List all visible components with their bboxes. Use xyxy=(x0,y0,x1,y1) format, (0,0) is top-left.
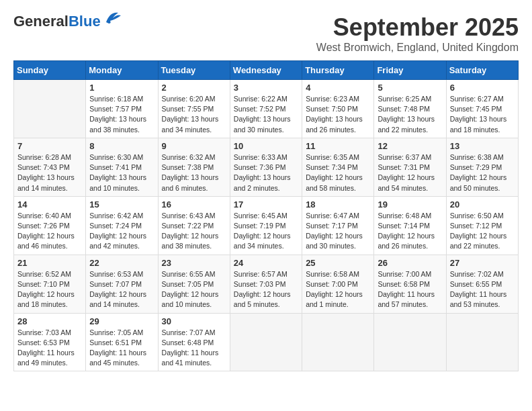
day-info: Sunrise: 6:27 AMSunset: 7:45 PMDaylight:… xyxy=(450,94,515,135)
location-title: West Bromwich, England, United Kingdom xyxy=(316,42,519,54)
day-number: 23 xyxy=(162,258,226,268)
day-info: Sunrise: 6:20 AMSunset: 7:55 PMDaylight:… xyxy=(162,94,226,135)
calendar-cell: 29Sunrise: 7:05 AMSunset: 6:51 PMDayligh… xyxy=(86,313,158,371)
day-number: 9 xyxy=(162,141,226,151)
day-info: Sunrise: 6:48 AMSunset: 7:14 PMDaylight:… xyxy=(378,211,442,252)
calendar-cell: 4Sunrise: 6:23 AMSunset: 7:50 PMDaylight… xyxy=(302,80,374,138)
calendar-week-row: 7Sunrise: 6:28 AMSunset: 7:43 PMDaylight… xyxy=(14,138,519,196)
calendar-cell xyxy=(374,313,446,371)
calendar-cell: 26Sunrise: 7:00 AMSunset: 6:58 PMDayligh… xyxy=(374,255,446,313)
day-number: 12 xyxy=(378,141,442,151)
calendar-cell: 11Sunrise: 6:35 AMSunset: 7:34 PMDayligh… xyxy=(302,138,374,196)
day-info: Sunrise: 6:25 AMSunset: 7:48 PMDaylight:… xyxy=(378,94,442,135)
calendar-cell: 24Sunrise: 6:57 AMSunset: 7:03 PMDayligh… xyxy=(230,255,302,313)
calendar-table: SundayMondayTuesdayWednesdayThursdayFrid… xyxy=(13,60,519,371)
calendar-cell xyxy=(14,80,86,138)
calendar-header-row: SundayMondayTuesdayWednesdayThursdayFrid… xyxy=(14,61,519,80)
calendar-cell xyxy=(230,313,302,371)
day-number: 2 xyxy=(162,83,226,93)
day-number: 16 xyxy=(162,199,226,210)
day-info: Sunrise: 6:43 AMSunset: 7:22 PMDaylight:… xyxy=(162,211,226,252)
day-number: 11 xyxy=(306,141,370,151)
day-number: 8 xyxy=(89,141,154,151)
calendar-cell: 22Sunrise: 6:53 AMSunset: 7:07 PMDayligh… xyxy=(86,255,158,313)
calendar-cell: 9Sunrise: 6:32 AMSunset: 7:38 PMDaylight… xyxy=(158,138,230,196)
day-number: 5 xyxy=(378,83,442,93)
day-info: Sunrise: 7:03 AMSunset: 6:53 PMDaylight:… xyxy=(17,328,82,369)
day-info: Sunrise: 6:45 AMSunset: 7:19 PMDaylight:… xyxy=(234,211,298,252)
day-info: Sunrise: 6:53 AMSunset: 7:07 PMDaylight:… xyxy=(89,269,154,310)
title-block: September 2025 West Bromwich, England, U… xyxy=(316,13,519,54)
day-info: Sunrise: 7:07 AMSunset: 6:48 PMDaylight:… xyxy=(162,328,226,369)
day-info: Sunrise: 6:40 AMSunset: 7:26 PMDaylight:… xyxy=(17,211,82,252)
day-number: 25 xyxy=(306,258,370,268)
day-number: 15 xyxy=(89,199,154,210)
day-info: Sunrise: 6:23 AMSunset: 7:50 PMDaylight:… xyxy=(306,94,370,135)
calendar-day-header: Wednesday xyxy=(230,61,302,80)
calendar-cell: 7Sunrise: 6:28 AMSunset: 7:43 PMDaylight… xyxy=(14,138,86,196)
logo-bird-icon xyxy=(103,10,122,25)
day-info: Sunrise: 6:42 AMSunset: 7:24 PMDaylight:… xyxy=(89,211,154,252)
calendar-week-row: 14Sunrise: 6:40 AMSunset: 7:26 PMDayligh… xyxy=(14,196,519,255)
calendar-cell: 13Sunrise: 6:38 AMSunset: 7:29 PMDayligh… xyxy=(446,138,518,196)
calendar-cell: 27Sunrise: 7:02 AMSunset: 6:55 PMDayligh… xyxy=(446,255,518,313)
day-info: Sunrise: 7:05 AMSunset: 6:51 PMDaylight:… xyxy=(89,328,154,369)
calendar-cell: 2Sunrise: 6:20 AMSunset: 7:55 PMDaylight… xyxy=(158,80,230,138)
calendar-day-header: Saturday xyxy=(446,61,518,80)
day-info: Sunrise: 6:18 AMSunset: 7:57 PMDaylight:… xyxy=(89,94,154,135)
calendar-day-header: Tuesday xyxy=(158,61,230,80)
calendar-week-row: 28Sunrise: 7:03 AMSunset: 6:53 PMDayligh… xyxy=(14,313,519,371)
day-number: 29 xyxy=(89,316,154,326)
calendar-cell: 17Sunrise: 6:45 AMSunset: 7:19 PMDayligh… xyxy=(230,196,302,255)
calendar-day-header: Thursday xyxy=(302,61,374,80)
calendar-cell: 19Sunrise: 6:48 AMSunset: 7:14 PMDayligh… xyxy=(374,196,446,255)
calendar-cell: 5Sunrise: 6:25 AMSunset: 7:48 PMDaylight… xyxy=(374,80,446,138)
day-number: 10 xyxy=(234,141,298,151)
day-number: 28 xyxy=(17,316,82,326)
calendar-cell: 21Sunrise: 6:52 AMSunset: 7:10 PMDayligh… xyxy=(14,255,86,313)
day-number: 14 xyxy=(17,199,82,210)
day-info: Sunrise: 6:33 AMSunset: 7:36 PMDaylight:… xyxy=(234,152,298,193)
day-info: Sunrise: 6:37 AMSunset: 7:31 PMDaylight:… xyxy=(378,152,442,193)
day-info: Sunrise: 6:57 AMSunset: 7:03 PMDaylight:… xyxy=(234,269,298,310)
page-header: GeneralBlue September 2025 West Bromwich… xyxy=(13,13,519,54)
day-number: 20 xyxy=(450,199,515,210)
calendar-day-header: Monday xyxy=(86,61,158,80)
logo-general: General xyxy=(13,13,69,30)
calendar-cell xyxy=(446,313,518,371)
calendar-cell: 25Sunrise: 6:58 AMSunset: 7:00 PMDayligh… xyxy=(302,255,374,313)
day-number: 22 xyxy=(89,258,154,268)
day-number: 30 xyxy=(162,316,226,326)
logo: GeneralBlue xyxy=(13,13,122,30)
day-number: 24 xyxy=(234,258,298,268)
calendar-cell: 28Sunrise: 7:03 AMSunset: 6:53 PMDayligh… xyxy=(14,313,86,371)
calendar-week-row: 1Sunrise: 6:18 AMSunset: 7:57 PMDaylight… xyxy=(14,80,519,138)
day-info: Sunrise: 6:28 AMSunset: 7:43 PMDaylight:… xyxy=(17,152,82,193)
day-number: 13 xyxy=(450,141,515,151)
day-info: Sunrise: 6:58 AMSunset: 7:00 PMDaylight:… xyxy=(306,269,370,310)
calendar-cell: 8Sunrise: 6:30 AMSunset: 7:41 PMDaylight… xyxy=(86,138,158,196)
calendar-cell: 3Sunrise: 6:22 AMSunset: 7:52 PMDaylight… xyxy=(230,80,302,138)
day-info: Sunrise: 6:32 AMSunset: 7:38 PMDaylight:… xyxy=(162,152,226,193)
day-info: Sunrise: 6:22 AMSunset: 7:52 PMDaylight:… xyxy=(234,94,298,135)
day-number: 6 xyxy=(450,83,515,93)
calendar-cell: 1Sunrise: 6:18 AMSunset: 7:57 PMDaylight… xyxy=(86,80,158,138)
month-title: September 2025 xyxy=(316,13,519,42)
calendar-cell: 16Sunrise: 6:43 AMSunset: 7:22 PMDayligh… xyxy=(158,196,230,255)
calendar-cell: 12Sunrise: 6:37 AMSunset: 7:31 PMDayligh… xyxy=(374,138,446,196)
day-number: 26 xyxy=(378,258,442,268)
calendar-cell: 10Sunrise: 6:33 AMSunset: 7:36 PMDayligh… xyxy=(230,138,302,196)
day-number: 1 xyxy=(89,83,154,93)
calendar-week-row: 21Sunrise: 6:52 AMSunset: 7:10 PMDayligh… xyxy=(14,255,519,313)
calendar-cell xyxy=(302,313,374,371)
calendar-day-header: Sunday xyxy=(14,61,86,80)
calendar-cell: 20Sunrise: 6:50 AMSunset: 7:12 PMDayligh… xyxy=(446,196,518,255)
day-info: Sunrise: 6:30 AMSunset: 7:41 PMDaylight:… xyxy=(89,152,154,193)
calendar-cell: 23Sunrise: 6:55 AMSunset: 7:05 PMDayligh… xyxy=(158,255,230,313)
day-number: 27 xyxy=(450,258,515,268)
day-info: Sunrise: 6:47 AMSunset: 7:17 PMDaylight:… xyxy=(306,211,370,252)
calendar-cell: 30Sunrise: 7:07 AMSunset: 6:48 PMDayligh… xyxy=(158,313,230,371)
day-info: Sunrise: 7:00 AMSunset: 6:58 PMDaylight:… xyxy=(378,269,442,310)
logo-blue: Blue xyxy=(69,13,101,30)
day-number: 7 xyxy=(17,141,82,151)
